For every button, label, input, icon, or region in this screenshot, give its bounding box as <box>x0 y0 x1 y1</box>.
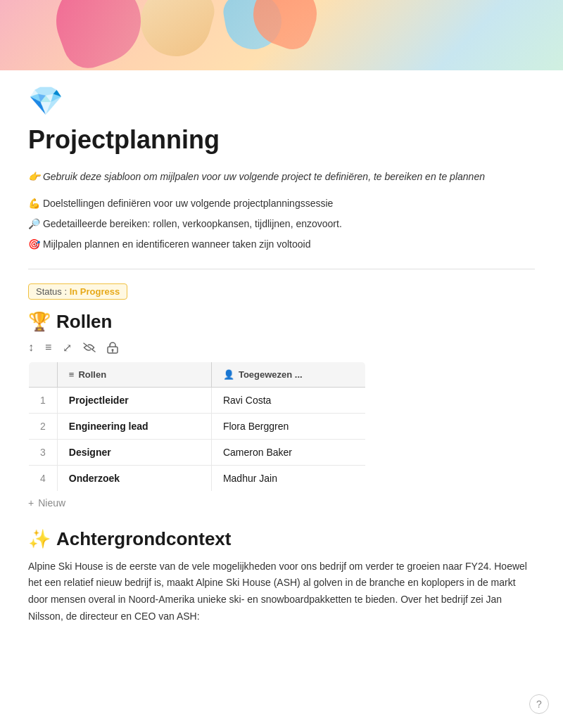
row-assignee-4: Madhur Jain <box>211 465 365 491</box>
table-toolbar: ↕ ≡ ⤢ <box>28 341 535 355</box>
bullet-item-3: 🎯 Mijlpalen plannen en identificeren wan… <box>28 237 535 252</box>
table-row: 3 Designer Cameron Baker <box>29 439 366 465</box>
lock-icon[interactable] <box>107 341 118 354</box>
roles-section: 🏆 Rollen ↕ ≡ ⤢ <box>28 311 535 509</box>
roles-heading: 🏆 Rollen <box>28 311 535 333</box>
background-heading-text: Achtergrondcontext <box>56 528 231 550</box>
row-num-2: 2 <box>29 413 58 439</box>
roles-table: ≡ Rollen 👤 Toegewezen ... 1 Proje <box>28 362 366 492</box>
row-role-2: Engineering lead <box>57 413 211 439</box>
background-heading: ✨ Achtergrondcontext <box>28 528 535 550</box>
row-role-3: Designer <box>57 439 211 465</box>
app-icon: 💎 <box>28 84 535 117</box>
table-row: 4 Onderzoek Madhur Jain <box>29 465 366 491</box>
roles-heading-text: Rollen <box>56 311 112 333</box>
status-value: In Progress <box>70 286 120 297</box>
intro-text: 👉 Gebruik deze sjabloon om mijlpalen voo… <box>28 169 535 184</box>
background-emoji: ✨ <box>28 528 51 550</box>
hero-banner <box>0 0 563 70</box>
table-row: 1 Projectleider Ravi Costa <box>29 387 366 413</box>
shape-pink <box>44 0 153 70</box>
col-label-roles: Rollen <box>78 369 106 380</box>
sort-icon[interactable]: ↕ <box>28 341 34 354</box>
diamond-icon: 💎 <box>28 84 63 117</box>
background-text: Alpine Ski House is de eerste van de vel… <box>28 558 535 625</box>
row-role-4: Onderzoek <box>57 465 211 491</box>
add-new-label: Nieuw <box>38 497 65 509</box>
hero-shapes <box>0 0 563 70</box>
row-assignee-3: Cameron Baker <box>211 439 365 465</box>
roles-emoji: 🏆 <box>28 311 51 333</box>
col-icon-assignee: 👤 <box>223 369 234 380</box>
row-num-4: 4 <box>29 465 58 491</box>
expand-icon[interactable]: ⤢ <box>63 341 72 355</box>
row-role-1: Projectleider <box>57 387 211 413</box>
status-label: Status : <box>36 286 67 297</box>
divider <box>28 269 535 269</box>
row-num-3: 3 <box>29 439 58 465</box>
main-content: 💎 Projectplanning 👉 Gebruik deze sjabloo… <box>0 84 563 653</box>
row-assignee-1: Ravi Costa <box>211 387 365 413</box>
bullet-item-1: 💪 Doelstellingen definiëren voor uw volg… <box>28 196 535 211</box>
page-title: Projectplanning <box>28 124 535 155</box>
filter-icon[interactable]: ≡ <box>45 341 51 354</box>
plus-icon: + <box>28 497 34 509</box>
help-button[interactable]: ? <box>529 694 549 714</box>
table-row-num-header <box>29 362 58 387</box>
shape-cream <box>133 0 219 64</box>
status-badge: Status : In Progress <box>28 283 127 300</box>
row-assignee-2: Flora Berggren <box>211 413 365 439</box>
background-section: ✨ Achtergrondcontext Alpine Ski House is… <box>28 528 535 625</box>
bullet-item-2: 🔎 Gedetailleerde bereiken: rollen, verko… <box>28 217 535 231</box>
col-header-assignee: 👤 Toegewezen ... <box>211 362 365 387</box>
row-num-1: 1 <box>29 387 58 413</box>
col-header-roles: ≡ Rollen <box>57 362 211 387</box>
table-row: 2 Engineering lead Flora Berggren <box>29 413 366 439</box>
add-new-button[interactable]: + Nieuw <box>28 497 535 509</box>
bullet-list: 💪 Doelstellingen definiëren voor uw volg… <box>28 196 535 252</box>
hide-icon[interactable] <box>83 343 96 352</box>
col-icon-roles: ≡ <box>69 369 75 380</box>
col-label-assignee: Toegewezen ... <box>239 369 303 380</box>
